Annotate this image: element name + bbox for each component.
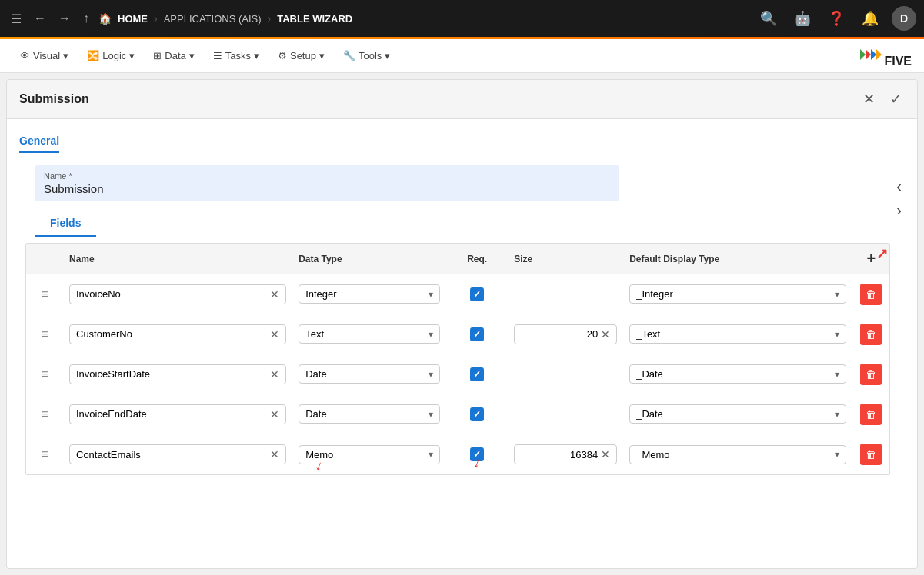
clear-name-1[interactable]: ✕ [270,288,279,301]
clear-size-2[interactable]: ✕ [601,328,610,341]
table-header: Name Data Type Req. Size Default Display… [26,244,889,274]
add-field-button[interactable]: + ↗ [852,250,889,268]
panel-header-actions: ✕ ✓ [860,89,905,109]
clear-name-5[interactable]: ✕ [270,448,279,460]
clear-name-3[interactable]: ✕ [270,368,279,381]
type-cell-5: Integer Text Date Memo ▾ ↑ [292,445,446,464]
help-icon[interactable]: ❓ [824,6,849,31]
display-select-4[interactable]: _Date [636,408,835,420]
next-arrow[interactable]: › [896,201,902,219]
req-checkbox-1[interactable] [470,288,484,301]
tabs: General [19,131,896,153]
prev-arrow[interactable]: ‹ [896,178,902,195]
req-cell-3 [446,367,508,381]
display-select-3[interactable]: _Date [636,368,835,380]
type-select-3[interactable]: Integer Text Date Memo [305,368,429,380]
breadcrumb-applications[interactable]: APPLICATIONS (AIS) [164,13,262,25]
size-cell-2: 20 ✕ [508,324,623,344]
size-cell-5: 16384 ✕ [508,444,623,464]
breadcrumb-home[interactable]: HOME [118,13,148,25]
drag-handle-5[interactable]: ≡ [26,447,63,461]
visual-chevron: ▾ [63,50,68,61]
type-select-1[interactable]: Integer Text Date Memo [305,288,429,300]
clear-name-4[interactable]: ✕ [270,408,279,420]
name-input-5[interactable] [76,449,267,460]
clear-name-2[interactable]: ✕ [270,328,279,341]
delete-cell-3: 🗑 [852,364,889,385]
user-avatar[interactable]: D [892,6,916,31]
type-select-5[interactable]: Integer Text Date Memo [305,449,429,460]
display-select-2[interactable]: _Text [636,328,835,340]
forward-icon[interactable]: → [55,8,74,28]
req-checkbox-4[interactable] [470,407,484,421]
up-icon[interactable]: ↑ [80,8,92,28]
tab-fields[interactable]: Fields [35,217,96,237]
table-row: ≡ ✕ Integer [26,274,889,314]
name-cell-4: ✕ [63,404,292,424]
data-icon: ⊞ [153,50,162,61]
delete-cell-1: 🗑 [852,284,889,305]
tab-general[interactable]: General [19,131,59,153]
display-arrow-1: ▾ [835,289,839,300]
type-cell-1: Integer Text Date Memo ▾ [292,284,446,304]
type-cell-2: Integer Text Date Memo ▾ [292,324,446,344]
notification-icon[interactable]: 🔔 [858,6,882,31]
type-select-4[interactable]: Integer Text Date Memo [305,408,429,420]
clear-size-5[interactable]: ✕ [601,448,610,460]
main-panel: Submission ✕ ✓ General Name * Submission [6,79,918,569]
nav-setup[interactable]: ⚙ Setup ▾ [270,45,332,66]
name-input-4[interactable] [76,408,267,420]
nav-logic[interactable]: 🔀 Logic ▾ [79,45,142,66]
search-icon[interactable]: 🔍 [756,6,781,31]
name-input-2[interactable] [76,328,267,340]
size-value-5: 16384 [521,449,598,460]
drag-handle-2[interactable]: ≡ [26,327,63,341]
type-select-2[interactable]: Integer Text Date Memo [305,328,429,340]
svg-marker-1 [871,49,876,60]
nav-data[interactable]: ⊞ Data ▾ [145,45,202,66]
delete-button-5[interactable]: 🗑 [860,444,882,465]
name-value: Submission [44,182,610,195]
name-label: Name * [44,171,610,181]
nav-visual[interactable]: 👁 Visual ▾ [12,45,76,66]
display-arrow-2: ▾ [835,329,839,340]
display-arrow-3: ▾ [835,369,839,380]
type-arrow-4: ▾ [429,409,433,420]
drag-handle-4[interactable]: ≡ [26,407,63,421]
name-input-3[interactable] [76,368,267,380]
delete-button-3[interactable]: 🗑 [860,364,882,385]
req-checkbox-2[interactable] [470,327,484,341]
display-select-1[interactable]: _Integer [636,288,835,300]
delete-cell-2: 🗑 [852,324,889,345]
menu-icon[interactable]: ☰ [8,8,25,29]
name-input-1[interactable] [76,288,267,300]
display-cell-2: _Text ▾ [623,324,852,344]
svg-marker-3 [876,49,882,60]
robot-icon[interactable]: 🤖 [790,6,815,31]
delete-button-4[interactable]: 🗑 [860,404,882,425]
panel-header: Submission ✕ ✓ [7,80,917,119]
size-value-2: 20 [521,328,598,340]
back-icon[interactable]: ← [31,8,49,28]
display-arrow-4: ▾ [835,409,839,420]
fields-table: Name Data Type Req. Size Default Display… [25,243,890,475]
nav-tasks[interactable]: ☰ Tasks ▾ [205,45,267,66]
display-select-5[interactable]: _Memo [636,449,835,460]
req-checkbox-3[interactable] [470,367,484,381]
breadcrumb-table-wizard[interactable]: TABLE WIZARD [277,13,352,25]
svg-marker-2 [860,49,866,60]
nav-tools[interactable]: 🔧 Tools ▾ [335,45,398,66]
delete-button-2[interactable]: 🗑 [860,324,882,345]
display-cell-1: _Integer ▾ [623,284,852,304]
svg-marker-0 [866,49,871,60]
confirm-button[interactable]: ✓ [887,89,905,109]
tools-icon: 🔧 [343,50,355,61]
delete-button-1[interactable]: 🗑 [860,284,882,305]
close-button[interactable]: ✕ [860,89,878,109]
topbar-right: 🔍 🤖 ❓ 🔔 D [756,6,916,31]
drag-handle-3[interactable]: ≡ [26,367,63,381]
drag-handle-1[interactable]: ≡ [26,288,63,301]
table-row: ≡ ✕ Integer [26,314,889,354]
req-cell-5: ↑ [446,447,508,461]
req-cell-1 [446,288,508,301]
